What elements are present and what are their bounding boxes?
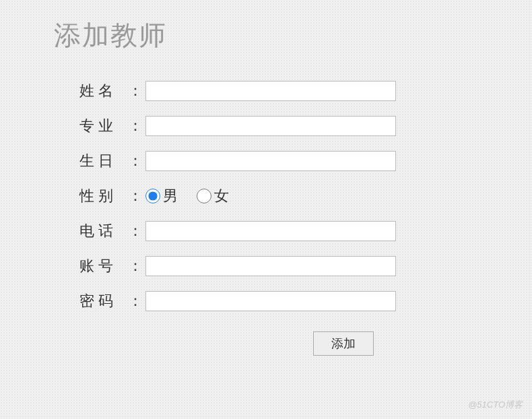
phone-label: 电话 <box>79 221 132 241</box>
colon: ： <box>128 186 143 206</box>
colon: ： <box>128 221 143 241</box>
form-container: 姓名 ： 专业 ： 生日 ： 性别 ： 男 女 电话 ： 账号 <box>0 54 532 356</box>
form-row-birthday: 生日 ： <box>79 151 532 171</box>
birthday-label: 生日 <box>79 151 132 171</box>
birthday-input[interactable] <box>145 151 396 171</box>
watermark: @51CTO博客 <box>468 399 523 411</box>
form-row-gender: 性别 ： 男 女 <box>79 186 532 206</box>
gender-label: 性别 <box>79 186 132 206</box>
password-label: 密码 <box>79 291 132 311</box>
account-label: 账号 <box>79 256 132 276</box>
gender-radio-female-label: 女 <box>214 186 229 206</box>
major-input[interactable] <box>145 116 396 136</box>
name-input[interactable] <box>145 81 396 101</box>
form-row-major: 专业 ： <box>79 116 532 136</box>
gender-radio-male[interactable] <box>145 189 160 203</box>
major-label: 专业 <box>79 116 132 136</box>
name-label: 姓名 <box>79 81 132 101</box>
colon: ： <box>128 81 143 101</box>
gender-option-male[interactable]: 男 <box>145 186 178 206</box>
colon: ： <box>128 256 143 276</box>
form-row-account: 账号 ： <box>79 256 532 276</box>
form-row-name: 姓名 ： <box>79 81 532 101</box>
colon: ： <box>128 151 143 171</box>
password-input[interactable] <box>145 291 396 311</box>
gender-radio-group: 男 女 <box>145 186 229 206</box>
page-title: 添加教师 <box>0 0 532 54</box>
submit-button[interactable]: 添加 <box>313 331 374 356</box>
gender-option-female[interactable]: 女 <box>197 186 229 206</box>
colon: ： <box>128 291 143 311</box>
form-row-password: 密码 ： <box>79 291 532 311</box>
colon: ： <box>128 116 143 136</box>
form-row-phone: 电话 ： <box>79 221 532 241</box>
phone-input[interactable] <box>145 221 396 241</box>
gender-radio-female[interactable] <box>197 189 211 203</box>
account-input[interactable] <box>145 256 396 276</box>
gender-radio-male-label: 男 <box>163 186 178 206</box>
button-row: 添加 <box>79 331 532 356</box>
